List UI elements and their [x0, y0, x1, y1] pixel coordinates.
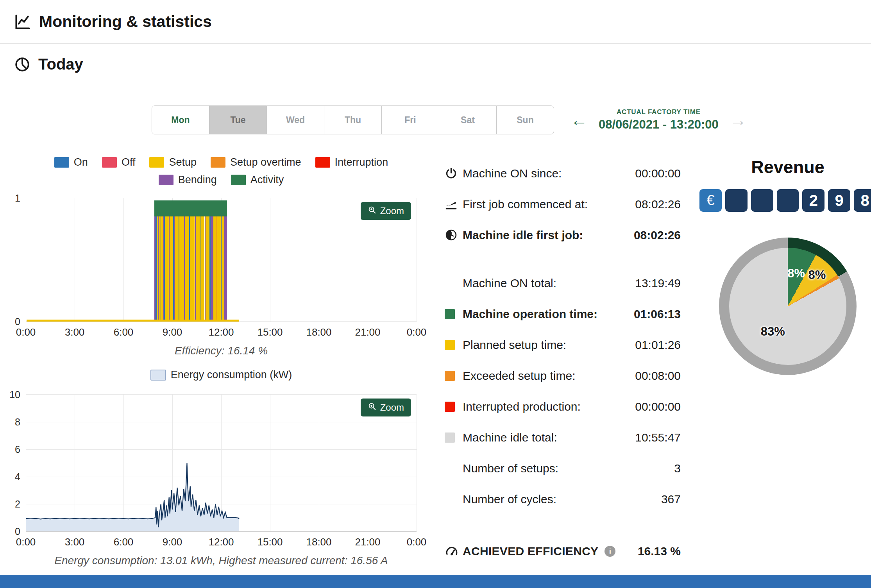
state-segment: [190, 200, 195, 322]
legend-swatch: [159, 175, 173, 185]
legend-swatch: [149, 157, 164, 168]
zoom-magnifier-icon: [368, 206, 376, 216]
stat-label: Machine operation time:: [463, 307, 634, 321]
stat-value: 08:02:26: [634, 229, 681, 242]
x-tick-label: 15:00: [257, 536, 283, 548]
stat-row: Machine operation time:01:06:13: [445, 298, 681, 329]
energy-chart-zoom-button[interactable]: Zoom: [361, 399, 411, 416]
y-tick-label: 10: [9, 389, 20, 400]
state-swatch: [445, 371, 455, 381]
x-tick-label: 15:00: [257, 326, 283, 338]
info-icon[interactable]: i: [605, 546, 615, 557]
energy-legend: Energy consumption (kW): [26, 369, 417, 381]
y-tick-label: 8: [15, 416, 20, 428]
idle-clock-icon: [445, 229, 463, 241]
state-chart-zoom-button[interactable]: Zoom: [361, 202, 411, 220]
x-tick-label: 0:00: [16, 326, 36, 338]
x-tick-label: 21:00: [355, 326, 380, 338]
state-chart-plot[interactable]: 0:003:006:009:0012:0015:0018:0021:000:00…: [26, 198, 417, 322]
stat-label: Planned setup time:: [463, 338, 635, 352]
charts-column: OnOffSetupSetup overtimeInterruptionBend…: [26, 156, 417, 567]
legend-swatch: [54, 157, 69, 168]
stats-detail-group: Machine ON total:13:19:49Machine operati…: [445, 268, 681, 515]
first-job-icon: [445, 198, 463, 211]
y-tick-label: 2: [15, 499, 20, 510]
gridline-v: [26, 198, 26, 322]
day-tab-sat[interactable]: Sat: [439, 105, 497, 134]
state-swatch: [445, 433, 455, 443]
state-segment: [217, 200, 221, 322]
x-tick-label: 21:00: [355, 536, 380, 548]
state-segment: [206, 200, 209, 322]
x-tick-label: 6:00: [114, 326, 134, 338]
gridline-v: [123, 198, 124, 322]
state-segment: [211, 200, 213, 322]
day-tabs: MonTueWedThuFriSatSun: [152, 105, 554, 134]
legend-item: Bending: [159, 174, 217, 186]
prev-day-arrow[interactable]: ←: [571, 111, 588, 129]
state-segment: [170, 200, 173, 322]
day-tab-wed[interactable]: Wed: [266, 105, 324, 134]
activity-band: [154, 200, 227, 216]
stat-value: 00:00:00: [635, 400, 681, 413]
state-chart: 0:003:006:009:0012:0015:0018:0021:000:00…: [26, 198, 417, 322]
revenue-digit-tile: [751, 189, 773, 212]
stat-row: Interrupted production:00:00:00: [445, 391, 681, 422]
pie-outer-ring: [719, 238, 857, 375]
stat-value: 10:55:47: [635, 431, 681, 444]
revenue-counter: €298: [699, 189, 871, 212]
next-day-arrow[interactable]: →: [730, 111, 747, 129]
x-tick-label: 3:00: [65, 326, 85, 338]
factory-time-value: 08/06/2021 - 13:20:00: [599, 118, 719, 132]
stat-value: 367: [661, 493, 681, 506]
legend-label: Bending: [178, 174, 217, 186]
legend-label: Setup overtime: [230, 156, 301, 168]
currency-tile: €: [699, 189, 722, 212]
revenue-digit-tile: 8: [854, 189, 871, 212]
day-tab-thu[interactable]: Thu: [324, 105, 382, 134]
state-segment: [175, 200, 179, 322]
day-tab-sun[interactable]: Sun: [496, 105, 554, 134]
day-tab-mon[interactable]: Mon: [152, 105, 209, 134]
factory-time-label: ACTUAL FACTORY TIME: [599, 108, 719, 116]
stat-row: Planned setup time:01:01:26: [445, 329, 681, 360]
zoom-button-label: Zoom: [380, 206, 404, 216]
legend-label: Setup: [169, 156, 197, 168]
revenue-digit-tile: [777, 189, 799, 212]
legend-label: Activity: [250, 174, 284, 186]
x-tick-label: 0:00: [407, 326, 427, 338]
legend-swatch: [211, 157, 225, 168]
energy-chart-plot[interactable]: 0:003:006:009:0012:0015:0018:0021:000:00…: [26, 395, 417, 531]
legend-label: On: [74, 156, 88, 168]
gridline-v: [75, 198, 75, 322]
legend-swatch: [231, 175, 246, 185]
state-segment: [200, 200, 204, 322]
energy-legend-item: Energy consumption (kW): [150, 369, 292, 381]
stat-value: 3: [674, 462, 681, 475]
stat-row: Machine ON since:00:00:00: [445, 158, 681, 189]
gauge-icon: [445, 544, 463, 558]
day-tab-fri[interactable]: Fri: [381, 105, 439, 134]
legend-item: Setup overtime: [211, 156, 301, 168]
energy-caption: Energy consumption: 13.01 kWh, Highest m…: [26, 554, 417, 567]
content-columns: OnOffSetupSetup overtimeInterruptionBend…: [0, 156, 871, 567]
stat-value: 08:02:26: [635, 198, 681, 211]
day-tab-tue[interactable]: Tue: [209, 105, 267, 134]
revenue-digit-tile: [725, 189, 748, 212]
legend-item: Activity: [231, 174, 284, 186]
factory-time-text: ACTUAL FACTORY TIME 08/06/2021 - 13:20:0…: [599, 108, 719, 132]
state-segment: [213, 200, 216, 322]
stat-label: Interrupted production:: [463, 400, 635, 413]
revenue-title: Revenue: [699, 157, 871, 177]
state-segment: [196, 200, 200, 322]
stat-label: Exceeded setup time:: [463, 369, 635, 382]
section-header: Today: [0, 44, 871, 85]
state-segment: [224, 200, 227, 322]
y-tick-label: 6: [15, 444, 20, 455]
y-tick-label: 0: [15, 316, 20, 327]
zoom-magnifier-icon: [368, 402, 376, 413]
stat-label: Machine ON total:: [463, 277, 635, 290]
monitoring-page: Monitoring & statistics Today MonTueWedT…: [0, 0, 871, 567]
line-chart-icon: [14, 13, 31, 30]
x-tick-label: 9:00: [163, 326, 182, 338]
